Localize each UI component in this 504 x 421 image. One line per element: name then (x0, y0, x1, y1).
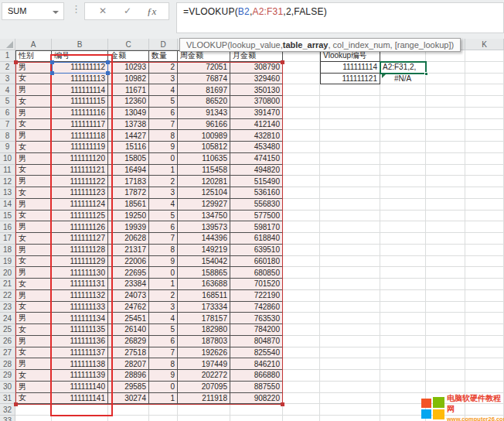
cell-H19[interactable] (320, 256, 380, 268)
cell-F17[interactable]: 618840 (230, 233, 283, 245)
cell-A30[interactable]: 男 (15, 382, 52, 393)
col-header-C[interactable]: C (108, 39, 149, 50)
cell-F23[interactable]: 742860 (230, 302, 283, 313)
cell-B26[interactable]: 111111136 (52, 336, 108, 347)
cell-J10[interactable] (426, 153, 465, 165)
row-header-24[interactable]: 24 (0, 313, 15, 324)
cell-A23[interactable]: 女 (15, 302, 52, 313)
cell-K14[interactable] (465, 199, 504, 210)
cell-D8[interactable]: 8 (149, 130, 178, 142)
cell-K1[interactable] (465, 50, 504, 62)
cell-K6[interactable] (465, 108, 504, 119)
cell-J1[interactable] (426, 50, 465, 62)
cell-C7[interactable]: 13738 (108, 119, 149, 131)
cell-G31[interactable] (283, 393, 320, 405)
cell-C28[interactable]: 28207 (108, 358, 149, 370)
cell-B10[interactable]: 111111120 (52, 153, 108, 165)
row-header-2[interactable]: 2 (0, 62, 15, 74)
cell-I32[interactable] (380, 404, 426, 416)
cell-K15[interactable] (465, 210, 504, 222)
cell-G23[interactable] (283, 302, 320, 313)
cell-C19[interactable]: 22006 (108, 256, 149, 268)
cell-G28[interactable] (283, 358, 320, 370)
cell-G5[interactable] (283, 96, 320, 108)
cell-B30[interactable]: 111111140 (52, 382, 108, 393)
cell-I8[interactable] (380, 130, 426, 142)
cell-E32[interactable] (178, 404, 230, 416)
row-header-17[interactable]: 17 (0, 233, 15, 245)
row-header-18[interactable]: 18 (0, 245, 15, 256)
cell-I23[interactable] (380, 302, 426, 313)
cell-F12[interactable]: 515490 (230, 176, 283, 187)
cell-H22[interactable] (320, 290, 380, 302)
cell-F28[interactable]: 846210 (230, 358, 283, 370)
cell-B19[interactable]: 111111129 (52, 256, 108, 268)
cell-J16[interactable] (426, 221, 465, 233)
cell-E7[interactable]: 96166 (178, 119, 230, 131)
cell-E24[interactable]: 178157 (178, 313, 230, 324)
cell-F21[interactable]: 701520 (230, 279, 283, 290)
cell-H18[interactable] (320, 245, 380, 256)
cell-C29[interactable]: 28896 (108, 370, 149, 382)
cell-F4[interactable]: 350130 (230, 84, 283, 96)
cell-K13[interactable] (465, 187, 504, 199)
cell-F18[interactable]: 639510 (230, 245, 283, 256)
cell-J27[interactable] (426, 347, 465, 359)
cell-E1[interactable]: 周金额 (178, 50, 230, 62)
cell-E29[interactable]: 202272 (178, 370, 230, 382)
cell-J17[interactable] (426, 233, 465, 245)
cell-A31[interactable]: 女 (15, 393, 52, 405)
confirm-icon[interactable]: ✓ (124, 5, 131, 16)
cell-D29[interactable]: 9 (149, 370, 178, 382)
cell-D4[interactable]: 4 (149, 84, 178, 96)
cell-B29[interactable]: 111111139 (52, 370, 108, 382)
cell-J3[interactable] (426, 74, 465, 85)
cell-A20[interactable]: 男 (15, 267, 52, 279)
cell-J14[interactable] (426, 199, 465, 210)
cell-E10[interactable]: 110635 (178, 153, 230, 165)
cell-A26[interactable]: 男 (15, 336, 52, 347)
cell-C18[interactable]: 21317 (108, 245, 149, 256)
cell-I24[interactable] (380, 313, 426, 324)
cell-A13[interactable]: 女 (15, 187, 52, 199)
cell-B8[interactable]: 111111118 (52, 130, 108, 142)
cell-D10[interactable]: 0 (149, 153, 178, 165)
cell-K5[interactable] (465, 96, 504, 108)
cell-E13[interactable]: 125104 (178, 187, 230, 199)
cell-H1[interactable]: Vlookup编号 (320, 50, 380, 62)
row-header-31[interactable]: 31 (0, 393, 15, 405)
cell-G3[interactable] (283, 74, 320, 85)
cell-I15[interactable] (380, 210, 426, 222)
row-header-23[interactable]: 23 (0, 302, 15, 313)
cell-C8[interactable]: 14427 (108, 130, 149, 142)
row-header-15[interactable]: 15 (0, 210, 15, 222)
cell-B33[interactable] (52, 416, 108, 421)
cell-D23[interactable]: 3 (149, 302, 178, 313)
cell-C23[interactable]: 24762 (108, 302, 149, 313)
cell-C5[interactable]: 12360 (108, 96, 149, 108)
cell-E4[interactable]: 81697 (178, 84, 230, 96)
cell-H2[interactable]: 111111114 (320, 62, 380, 74)
cell-C24[interactable]: 25451 (108, 313, 149, 324)
cell-K9[interactable] (465, 142, 504, 153)
cell-J30[interactable] (426, 382, 465, 393)
cell-C22[interactable]: 24073 (108, 290, 149, 302)
cell-E15[interactable]: 134750 (178, 210, 230, 222)
cell-H4[interactable] (320, 84, 380, 96)
row-header-28[interactable]: 28 (0, 358, 15, 370)
cell-K22[interactable] (465, 290, 504, 302)
cell-F9[interactable]: 453480 (230, 142, 283, 153)
cell-G13[interactable] (283, 187, 320, 199)
cell-I19[interactable] (380, 256, 426, 268)
cell-C1[interactable]: 金额 (108, 50, 149, 62)
cell-F32[interactable] (230, 404, 283, 416)
cell-E25[interactable]: 182980 (178, 324, 230, 336)
cell-D15[interactable]: 5 (149, 210, 178, 222)
cell-F31[interactable]: 908220 (230, 393, 283, 405)
cell-C9[interactable]: 15116 (108, 142, 149, 153)
cell-A10[interactable]: 男 (15, 153, 52, 165)
cell-F27[interactable]: 825540 (230, 347, 283, 359)
cell-B6[interactable]: 111111116 (52, 108, 108, 119)
cell-H17[interactable] (320, 233, 380, 245)
cell-F26[interactable]: 804870 (230, 336, 283, 347)
